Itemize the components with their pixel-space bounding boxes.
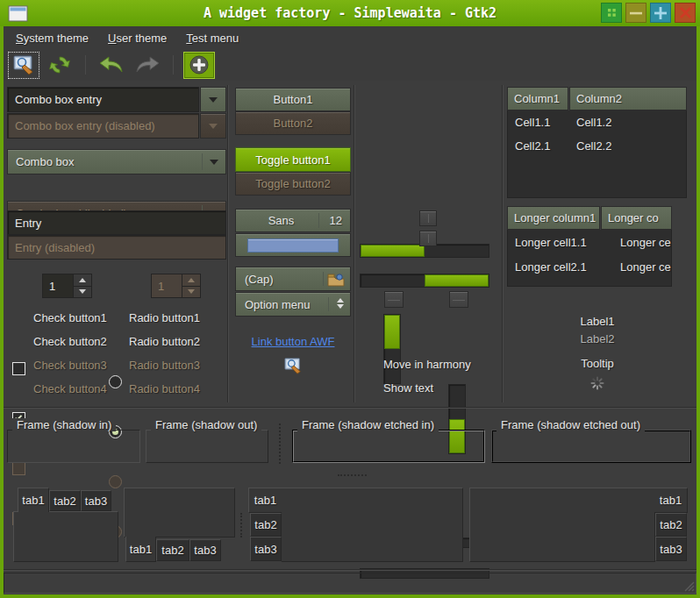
check-button-1[interactable] [12, 362, 25, 375]
add-tool-button[interactable] [183, 52, 215, 79]
column-separator [227, 85, 229, 402]
table-row[interactable]: Longer cell1.1 Longer ce [508, 230, 671, 254]
notebook-left-body [281, 488, 463, 562]
theme-tool-button[interactable] [8, 52, 39, 79]
frame-label: Frame (shadow etched in) [297, 418, 439, 431]
move-in-harmony-label: Move in harmony [383, 358, 471, 371]
titlebar[interactable]: A widget factory - Simplewaita - Gtk2 [0, 0, 700, 26]
spin-up-button[interactable] [74, 274, 91, 286]
table-row[interactable]: Cell1.1 Cell1.2 [508, 110, 686, 134]
chevron-down-icon [209, 124, 218, 129]
table-row[interactable]: Cell2.1 Cell2.2 [508, 134, 686, 158]
dotted-separator-horizontal [338, 474, 367, 476]
tab-tab2[interactable]: tab2 [49, 490, 81, 511]
redo-tool-button[interactable] [132, 52, 163, 79]
option-menu[interactable]: Option menu [235, 292, 351, 317]
restore-button[interactable] [601, 3, 622, 23]
spin-button[interactable]: 1 [42, 274, 92, 298]
undo-tool-button[interactable] [96, 52, 127, 79]
menu-test-menu[interactable]: Test menu [176, 28, 248, 48]
notebook-top-body [13, 511, 118, 562]
scale-handle[interactable] [449, 291, 468, 308]
radio-button-4-label: Radio button4 [129, 382, 200, 395]
progress-fill [384, 315, 400, 349]
window-border-bottom [0, 594, 700, 598]
label2: Label2 [507, 332, 688, 345]
scale-handle[interactable] [419, 231, 437, 246]
notebook-bottom-body [124, 488, 235, 537]
divider [328, 297, 329, 311]
color-swatch [247, 238, 339, 253]
file-chooser-button[interactable]: (Cap) [235, 267, 351, 291]
app-window: A widget factory - Simplewaita - Gtk2 Sy… [0, 0, 700, 598]
menu-system-theme[interactable]: System theme [6, 28, 98, 48]
column-header[interactable]: Column2 [569, 87, 687, 110]
check-button-1-label: Check button1 [33, 311, 107, 324]
chevron-down-icon [210, 160, 218, 165]
refresh-tool-button[interactable] [44, 52, 75, 79]
radio-button-3-label: Radio button3 [129, 359, 200, 372]
combo-box-entry-disabled-field: Combo box entry (disabled) [7, 113, 199, 139]
toggle-button1[interactable]: Toggle button1 [235, 147, 351, 172]
refresh-icon [49, 54, 70, 75]
updown-arrows-icon [337, 298, 344, 309]
button1[interactable]: Button1 [235, 88, 351, 111]
tooltip-label: Tooltip [507, 357, 688, 370]
entry[interactable]: Entry [7, 210, 226, 235]
spin-button-disabled: 1 [151, 274, 201, 298]
scale-handle[interactable] [419, 210, 437, 226]
redo-icon [134, 55, 161, 75]
radio-button-1-label: Radio button1 [129, 311, 200, 324]
table-row[interactable]: Longer cell3.1 Longer ce [508, 279, 671, 287]
tab-tab3[interactable]: tab3 [81, 490, 111, 511]
frame-label: Frame (shadow in) [12, 418, 116, 431]
add-icon [189, 55, 209, 75]
tab-tab2[interactable]: tab2 [156, 539, 189, 561]
link-button[interactable]: Link button AWF [235, 335, 351, 348]
divider [323, 272, 324, 286]
maximize-button[interactable] [650, 3, 671, 23]
column-header[interactable]: Longer co [601, 206, 672, 230]
arrow-up-icon [188, 278, 195, 282]
check-button-4-label: Check button4 [33, 382, 107, 395]
tab-tab3[interactable]: tab3 [655, 537, 687, 561]
tree-view-1: Column1 Column2 Cell1.1 Cell1.2 Cell2.1 … [507, 87, 687, 198]
combo-box-entry-field[interactable]: Combo box entry [7, 87, 199, 112]
combo-box[interactable]: Combo box [7, 149, 226, 174]
tab-tab3[interactable]: tab3 [189, 539, 221, 561]
check-button-3 [12, 462, 25, 475]
tab-tab1[interactable]: tab1 [18, 488, 49, 512]
column-separator [502, 85, 504, 402]
tab-tab2[interactable]: tab2 [250, 513, 282, 537]
frame-shadow-out: Frame (shadow out) [146, 418, 268, 463]
column-header[interactable]: Longer column1 [507, 206, 600, 230]
font-button[interactable]: Sans 12 [235, 209, 351, 232]
window-border-left [0, 26, 4, 594]
check-button-3-label: Check button3 [33, 359, 107, 372]
resize-grip[interactable] [682, 580, 695, 592]
combo-box-entry-dropdown[interactable] [200, 87, 226, 112]
radio-button-1[interactable] [109, 375, 122, 388]
tab-tab1[interactable]: tab1 [125, 537, 156, 562]
color-button[interactable] [235, 233, 351, 257]
toolbar-separator [173, 55, 174, 75]
tab-tab3[interactable]: tab3 [250, 537, 282, 561]
combo-box-entry-disabled-dropdown [200, 113, 226, 139]
tab-tab2[interactable]: tab2 [655, 513, 687, 537]
close-button[interactable] [675, 3, 696, 23]
dotted-separator-vertical [240, 513, 242, 537]
scale-handle[interactable] [384, 291, 404, 308]
tab-tab1[interactable]: tab1 [248, 488, 282, 513]
spin-up-button [182, 274, 200, 286]
menu-user-theme[interactable]: User theme [98, 28, 176, 48]
table-row[interactable]: Longer cell2.1 Longer ce [508, 254, 671, 279]
tab-tab1[interactable]: tab1 [654, 488, 688, 513]
frame-label: Frame (shadow out) [151, 418, 261, 431]
undo-icon [98, 55, 125, 75]
minimize-button[interactable] [625, 3, 646, 23]
entry-disabled: Entry (disabled) [7, 235, 226, 260]
restore-icon [607, 8, 617, 18]
font-name: Sans [244, 214, 318, 227]
column-header[interactable]: Column1 [507, 87, 568, 110]
spin-down-button[interactable] [74, 286, 91, 298]
